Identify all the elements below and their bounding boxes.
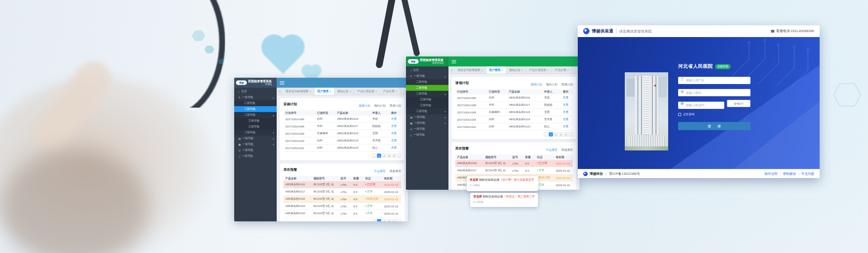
sidebar-item-二级导航[interactable]: 二级导航 <box>234 106 277 112</box>
tab-产品出库[interactable]: 产品出库⊙ <box>552 66 572 74</box>
page-‹[interactable]: ‹ <box>372 219 376 221</box>
footer-link-faq[interactable]: 常见问题 <box>801 172 814 176</box>
captcha-input[interactable] <box>678 102 724 109</box>
page-1[interactable]: 1 <box>549 132 553 136</box>
remember-checkbox[interactable] <box>678 113 681 116</box>
password-input[interactable] <box>678 89 750 96</box>
collapse-tabs-icon[interactable]: « <box>448 66 455 74</box>
sidebar-item-一级导航[interactable]: ▤一级导航▾ <box>406 114 448 120</box>
view-link[interactable]: 查看 <box>563 96 568 99</box>
card-link-高值库存[interactable]: 高值库存 <box>390 169 401 173</box>
tab-资质证件效期预警[interactable]: 资质证件效期预警⊙ <box>283 88 315 95</box>
view-link[interactable]: 查看 <box>391 131 396 135</box>
view-link[interactable]: 查看 <box>563 110 568 113</box>
tab-产品分类设置[interactable]: 产品分类设置⊙ <box>526 66 552 74</box>
page-3[interactable]: 3 <box>387 219 391 221</box>
tab-产品出库[interactable]: 产品出库⊙ <box>380 88 400 95</box>
page-4[interactable]: 4 <box>392 219 396 221</box>
sidebar-item-二级导航[interactable]: 二级导航▴ <box>406 91 448 97</box>
sidebar-item-二级导航[interactable]: 二级导航 <box>406 85 448 91</box>
toast-course-link[interactable]: 《审计学》第十四章第五节 <box>500 178 534 181</box>
sidebar-item-一级导航[interactable]: ◎一级导航 <box>234 147 277 153</box>
chevron-down-icon: ▾ <box>273 137 274 140</box>
view-link[interactable]: 查看 <box>563 103 568 106</box>
view-link[interactable]: 查看 <box>391 124 396 127</box>
sidebar-item-三级导航[interactable]: 三级导航 <box>406 97 448 103</box>
column-header: 计划单号 <box>283 111 315 115</box>
pagination: ‹1234› <box>455 132 573 136</box>
card-link-产品库存[interactable]: 产品库存 <box>374 169 386 173</box>
sidebar-item-一级导航[interactable]: ✎一级导航▴ <box>234 94 277 100</box>
captcha-image[interactable]: 6+6=? <box>727 100 750 107</box>
footer-link-driver[interactable]: 密钥驱动 <box>783 172 796 176</box>
sidebar-item-一级导航[interactable]: △一级导航 <box>406 132 448 138</box>
page-4[interactable]: 4 <box>564 132 568 136</box>
collapse-tabs-icon[interactable]: « <box>277 88 283 95</box>
sidebar-item-首页[interactable]: ⌂首页 <box>406 67 448 73</box>
table-row: AB5床头柜0116BCS33型 5孔 右o78o8.0已过期2023-01-0… <box>455 160 573 167</box>
page-2[interactable]: 2 <box>554 132 558 136</box>
card-link-产品库存[interactable]: 产品库存 <box>546 148 557 151</box>
sidebar-item-二级导航[interactable]: 二级导航▾ <box>406 108 448 114</box>
sidebar-item-一级导航[interactable]: △一级导航 <box>234 153 277 159</box>
sidebar-item-二级导航[interactable]: 二级导航 <box>234 100 277 106</box>
card-link-领用计划[interactable]: 领用计划 <box>359 104 370 107</box>
menu-icon[interactable] <box>452 60 456 63</box>
page-›[interactable]: › <box>397 219 401 221</box>
sidebar-item-一级导航[interactable]: ✎一级导航▴ <box>406 73 448 79</box>
card-link-预约计划[interactable]: 预约计划 <box>374 104 386 107</box>
sidebar-item-三级导航[interactable]: 三级导航 <box>234 124 277 130</box>
username-input[interactable] <box>678 77 750 84</box>
sidebar-item-一级导航[interactable]: ▦一级导航▾ <box>234 141 277 147</box>
page-3[interactable]: 3 <box>559 132 563 136</box>
page-›[interactable]: › <box>397 154 401 158</box>
page-2[interactable]: 2 <box>382 154 386 158</box>
view-link[interactable]: 查看 <box>391 139 396 142</box>
card-title: 库存预警 <box>283 168 370 172</box>
footer-link-manual[interactable]: 操作说明 <box>764 172 778 176</box>
sidebar-item-label: 三级导航 <box>420 98 431 102</box>
notification-toast[interactable]: 朱老师 刚刚更新精品课《审计学》第十四章第五节 5 小时前 <box>467 176 538 191</box>
tab-用户管理[interactable]: 用户管理⊙ <box>486 66 506 74</box>
page-‹[interactable]: ‹ <box>544 132 548 136</box>
page-1[interactable]: 1 <box>377 219 381 221</box>
page-1[interactable]: 1 <box>377 154 381 158</box>
tab-产品分类设置[interactable]: 产品分类设置⊙ <box>354 88 380 95</box>
column-header: 规格型号 <box>483 155 510 159</box>
page-›[interactable]: › <box>569 132 573 136</box>
tab-通知公告[interactable]: 通知公告⊙ <box>506 66 526 74</box>
sidebar-item-一级导航[interactable]: ◎一级导航 <box>406 126 448 132</box>
sidebar-item-一级导航[interactable]: ▦一级导航▾ <box>406 120 448 126</box>
login-button[interactable]: 登 录 <box>678 122 750 130</box>
sidebar-item-三级导航[interactable]: 三级导航 <box>406 103 448 108</box>
sidebar-item-二级导航[interactable]: 二级导航 <box>406 79 448 85</box>
tab-用户管理[interactable]: 用户管理⊙ <box>315 88 335 95</box>
sidebar-item-三级导航[interactable]: 三级导航 <box>234 118 277 124</box>
view-link[interactable]: 查看 <box>563 117 568 121</box>
card-link-高值计划[interactable]: 高值计划 <box>390 104 401 107</box>
page-4[interactable]: 4 <box>392 154 396 158</box>
sidebar-item-一级导航[interactable]: ▤一级导航▾ <box>234 136 277 141</box>
toast-course-link[interactable]: 《经济法》第三章第二节 <box>503 195 535 198</box>
card-link-领用计划[interactable]: 领用计划 <box>530 83 542 86</box>
menu-icon[interactable] <box>280 81 284 84</box>
cell: 2025-01-01 <box>554 169 573 172</box>
panel-icon: ▦ <box>238 143 241 146</box>
card-link-高值计划[interactable]: 高值计划 <box>561 83 573 86</box>
card-link-高值库存[interactable]: 高值库存 <box>561 148 573 151</box>
view-link[interactable]: 查看 <box>563 125 568 128</box>
view-link[interactable]: 查看 <box>391 146 396 149</box>
hospital-badge[interactable]: 切换医院 <box>715 64 731 69</box>
card-link-预约计划[interactable]: 预约计划 <box>546 83 557 86</box>
sidebar-item-二级导航[interactable]: 二级导航▾ <box>234 130 277 136</box>
sidebar-item-二级导航[interactable]: 二级导航▴ <box>234 112 277 118</box>
page-‹[interactable]: ‹ <box>372 154 376 158</box>
cell: BCS33型 5孔 右 <box>311 183 339 187</box>
page-3[interactable]: 3 <box>387 154 391 158</box>
view-link[interactable]: 查看 <box>391 117 396 120</box>
sidebar-item-首页[interactable]: ⌂首页 <box>234 89 277 94</box>
tab-通知公告[interactable]: 通知公告⊙ <box>335 88 354 95</box>
page-2[interactable]: 2 <box>382 219 386 221</box>
tab-资质证件效期预警[interactable]: 资质证件效期预警⊙ <box>455 66 486 74</box>
notification-toast[interactable]: 李老师 刚刚更新精品课《经济法》第三章第二节 6 小时前 <box>470 193 538 207</box>
